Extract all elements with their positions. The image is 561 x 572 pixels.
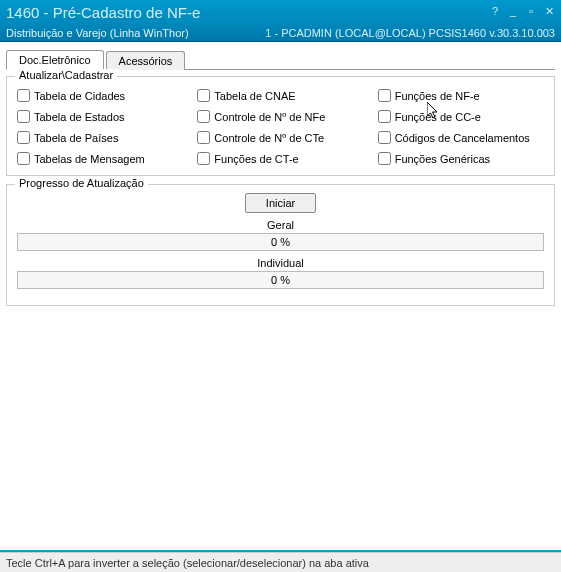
checkbox-label: Controle de Nº de NFe xyxy=(214,111,325,123)
window-controls: ? _ ▫ ✕ xyxy=(487,4,557,18)
checkbox-input[interactable] xyxy=(197,110,210,123)
checkbox-funcoes-genericas[interactable]: Funções Genéricas xyxy=(378,152,544,165)
progress-section: Progresso de Atualização Iniciar Geral 0… xyxy=(6,184,555,306)
fieldset-legend: Atualizar\Cadastrar xyxy=(15,69,117,81)
checkbox-input[interactable] xyxy=(17,152,30,165)
window-title: 1460 - Pré-Cadastro de NF-e xyxy=(6,4,200,21)
tab-doc-eletronico[interactable]: Doc.Eletrônico xyxy=(6,50,104,70)
checkbox-funcoes-cce[interactable]: Funções de CC-e xyxy=(378,110,544,123)
checkbox-label: Funções de NF-e xyxy=(395,90,480,102)
checkbox-input[interactable] xyxy=(17,110,30,123)
fieldset-atualizar: Atualizar\Cadastrar Tabela de Cidades Ta… xyxy=(6,76,555,176)
checkbox-tabela-cnae[interactable]: Tabela de CNAE xyxy=(197,89,363,102)
iniciar-button[interactable]: Iniciar xyxy=(245,193,316,213)
checkbox-label: Controle de Nº de CTe xyxy=(214,132,324,144)
checkbox-input[interactable] xyxy=(17,131,30,144)
checkbox-label: Códigos de Cancelamentos xyxy=(395,132,530,144)
checkbox-tabela-cidades[interactable]: Tabela de Cidades xyxy=(17,89,183,102)
checkbox-input[interactable] xyxy=(378,131,391,144)
checkbox-input[interactable] xyxy=(197,152,210,165)
checkbox-controle-cte[interactable]: Controle de Nº de CTe xyxy=(197,131,363,144)
checkbox-funcoes-nfe[interactable]: Funções de NF-e xyxy=(378,89,544,102)
subtitle-left: Distribuição e Varejo (Linha WinThor) xyxy=(6,27,265,39)
checkbox-label: Tabela de Países xyxy=(34,132,118,144)
checkbox-label: Funções de CT-e xyxy=(214,153,298,165)
checkbox-label: Tabela de Estados xyxy=(34,111,125,123)
subtitle-bar: Distribuição e Varejo (Linha WinThor) 1 … xyxy=(0,24,561,42)
checkbox-label: Funções Genéricas xyxy=(395,153,490,165)
tab-bar: Doc.Eletrônico Acessórios xyxy=(6,48,555,70)
checkbox-input[interactable] xyxy=(197,89,210,102)
help-icon[interactable]: ? xyxy=(487,4,503,18)
checkbox-label: Tabelas de Mensagem xyxy=(34,153,145,165)
progress-title: Progresso de Atualização xyxy=(15,177,148,189)
checkbox-grid: Tabela de Cidades Tabela de CNAE Funções… xyxy=(17,89,544,165)
checkbox-controle-nfe[interactable]: Controle de Nº de NFe xyxy=(197,110,363,123)
checkbox-label: Tabela de CNAE xyxy=(214,90,295,102)
checkbox-input[interactable] xyxy=(378,89,391,102)
checkbox-input[interactable] xyxy=(17,89,30,102)
progress-individual-value: 0 % xyxy=(271,274,290,286)
statusbar-text: Tecle Ctrl+A para inverter a seleção (se… xyxy=(6,557,369,569)
progress-general-value: 0 % xyxy=(271,236,290,248)
close-icon[interactable]: ✕ xyxy=(541,4,557,18)
progress-individual-bar: 0 % xyxy=(17,271,544,289)
content-area: Doc.Eletrônico Acessórios Atualizar\Cada… xyxy=(0,42,561,550)
progress-general-label: Geral xyxy=(17,219,544,231)
checkbox-input[interactable] xyxy=(197,131,210,144)
checkbox-input[interactable] xyxy=(378,110,391,123)
checkbox-funcoes-cte[interactable]: Funções de CT-e xyxy=(197,152,363,165)
checkbox-tabelas-mensagem[interactable]: Tabelas de Mensagem xyxy=(17,152,183,165)
titlebar: 1460 - Pré-Cadastro de NF-e ? _ ▫ ✕ xyxy=(0,0,561,24)
progress-general-bar: 0 % xyxy=(17,233,544,251)
checkbox-label: Funções de CC-e xyxy=(395,111,481,123)
tab-acessorios[interactable]: Acessórios xyxy=(106,51,186,70)
checkbox-tabela-paises[interactable]: Tabela de Países xyxy=(17,131,183,144)
statusbar: Tecle Ctrl+A para inverter a seleção (se… xyxy=(0,552,561,572)
subtitle-right: 1 - PCADMIN (LOCAL@LOCAL) PCSIS1460 v.30… xyxy=(265,27,555,39)
checkbox-label: Tabela de Cidades xyxy=(34,90,125,102)
progress-individual-label: Individual xyxy=(17,257,544,269)
checkbox-tabela-estados[interactable]: Tabela de Estados xyxy=(17,110,183,123)
checkbox-input[interactable] xyxy=(378,152,391,165)
maximize-icon[interactable]: ▫ xyxy=(523,4,539,18)
minimize-icon[interactable]: _ xyxy=(505,4,521,18)
checkbox-codigos-cancelamentos[interactable]: Códigos de Cancelamentos xyxy=(378,131,544,144)
